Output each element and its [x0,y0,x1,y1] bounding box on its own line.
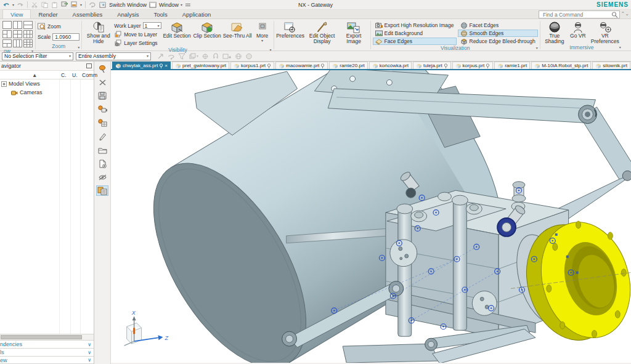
ribbon-expand-icon[interactable]: ⌃⌄ [621,11,629,17]
navigator-hscrollbar[interactable] [0,334,94,340]
hide-eye-icon[interactable] [96,172,108,182]
cut-icon[interactable] [31,1,39,9]
export-grid-icon[interactable] [96,118,108,128]
navigator-column-header[interactable]: ▲ C. U. Comm [0,71,94,79]
selection-scope-dropdown[interactable]: Entire Assembly▾ [76,52,151,60]
tab-tools[interactable]: Tools [147,10,175,18]
expander-icon[interactable] [1,81,7,87]
orientation-triad[interactable]: X Z [124,310,169,346]
layout-six-icon[interactable] [23,30,33,38]
work-layer-combo[interactable]: 1▾ [143,22,161,29]
magnet-icon[interactable] [212,53,219,60]
graphics-viewport[interactable]: X Z [111,70,631,363]
globe-icon[interactable] [235,53,242,60]
zoom-group-dialog-icon[interactable]: ▾ [78,45,79,49]
redo-icon[interactable] [16,1,24,9]
switch-window-label[interactable]: Switch Window [109,2,147,8]
visibility-group-dialog-icon[interactable]: ▾ [270,47,272,52]
true-shading-button[interactable]: True Shading [542,20,567,44]
filter-icon[interactable] [178,53,186,60]
smooth-edges-toggle[interactable]: Smooth Edges [458,30,538,37]
layout-bottom-split-icon[interactable] [2,39,12,47]
part-tab-ramie1[interactable]: ramie1.prt [494,62,530,69]
tab-assemblies[interactable]: Assemblies [65,10,110,18]
close-tab-icon[interactable]: × [165,63,168,68]
part-tab-ramie20[interactable]: ramie20.prt [329,62,367,69]
layout-single-icon[interactable] [2,21,12,29]
edit-object-display-button[interactable]: Edit Object Display [306,20,338,44]
pin-icon[interactable] [444,63,448,68]
copy-icon[interactable] [41,1,49,9]
part-tab-korpus1[interactable]: korpus1.prt [230,62,274,69]
tab-analysis[interactable]: Analysis [110,10,146,18]
see-thru-all-button[interactable]: See-Thru All [223,20,252,39]
sort-ascending-icon[interactable]: ▲ [32,72,37,78]
edit-background-button[interactable]: Edit Background [373,30,457,37]
part-tab-macowamie[interactable]: macowamie.prt [275,62,328,69]
undo-dropdown-icon[interactable]: ▾ [12,3,14,7]
window-menu-icon[interactable] [149,1,157,9]
part-tab-silownik[interactable]: silownik.prt [592,62,630,69]
part-tab-tuleja[interactable]: tuleja.prt [413,62,451,69]
pin-icon[interactable] [159,63,163,68]
search-icon[interactable] [611,12,618,18]
add-component-icon[interactable] [222,53,232,60]
copy-display-icon[interactable] [60,1,68,9]
tab-render[interactable]: Render [31,10,65,18]
immersive-group-dialog-icon[interactable]: ▾ [619,45,621,49]
part-tab-koncowka[interactable]: końcówka.prt [369,62,412,69]
switch-window-icon[interactable] [99,1,107,9]
clip-section-button[interactable]: Clip Section [193,20,222,39]
highlight-related-icon[interactable] [157,53,165,60]
snap-point-icon[interactable] [202,53,209,60]
layout-horizontal-split-icon[interactable] [23,21,33,29]
part-tab-korpus[interactable]: korpus.prt [452,62,494,69]
edit-section-button[interactable]: Edit Section [163,20,192,39]
window-menu-label[interactable]: Window [159,2,179,8]
preferences-button[interactable]: Preferences [276,20,305,39]
lasso-icon[interactable] [168,53,175,60]
window-menu-dropdown-icon[interactable]: ▾ [181,3,182,7]
find-command-box[interactable] [539,10,620,18]
part-tab-m10ia-robot[interactable]: M-10iA Robot_stp.prt [531,62,591,69]
pin-icon[interactable] [486,63,490,68]
pushpin-icon[interactable] [96,63,108,74]
move-to-layer-button[interactable]: Move to Layer [114,30,161,38]
camera-export-icon[interactable] [96,104,108,115]
column-header-c[interactable]: C. [61,72,67,78]
folder-icon[interactable] [96,145,108,155]
part-tab-pret-gwintowany[interactable]: pret_gwintowany.prt [172,62,229,69]
hscroll-thumb[interactable] [1,335,82,339]
tab-view[interactable]: View [2,9,31,18]
copy-image-dropdown-icon[interactable]: ▾ [80,3,82,7]
pin-icon[interactable] [320,63,325,68]
sphere-select-icon[interactable] [245,53,253,60]
save-icon[interactable] [96,91,108,101]
go-vr-button[interactable]: Go VR [568,20,588,39]
export-high-res-button[interactable]: Export High Resolution Image [373,22,457,29]
layout-three-col-icon[interactable] [13,39,22,47]
show-and-hide-button[interactable]: Show and Hide [84,20,113,44]
layers-filter-icon[interactable] [189,53,198,60]
tab-application[interactable]: Application [175,10,218,18]
layout-quad-icon[interactable] [13,30,22,38]
window-group-dialog-icon[interactable]: ▾ [31,49,33,53]
column-header-comment[interactable]: Comm [82,72,97,78]
section-details[interactable]: ls∨ [0,348,94,356]
face-edges-toggle[interactable]: Face Edges [373,38,457,45]
panel-window-icon[interactable] [86,63,92,68]
facet-edges-button[interactable]: Facet Edges [458,22,538,29]
section-dependencies[interactable]: ndencies∨ [0,340,94,348]
minimize-ribbon-icon[interactable] [185,4,190,6]
zoom-button[interactable]: Zoom [38,22,61,30]
layers-list-icon[interactable] [96,185,108,196]
layout-left-split-icon[interactable] [2,30,12,38]
copy-image-icon[interactable] [70,1,78,9]
refresh-icon[interactable] [89,1,97,9]
export-image-button[interactable]: Export Image [340,20,368,44]
find-command-input[interactable] [542,11,611,18]
column-header-u[interactable]: U. [72,72,78,78]
layer-settings-button[interactable]: Layer Settings [114,39,161,47]
part-tab-chwytak[interactable]: chwytak_ass.prt × [112,62,171,69]
close-icon[interactable] [96,77,108,87]
